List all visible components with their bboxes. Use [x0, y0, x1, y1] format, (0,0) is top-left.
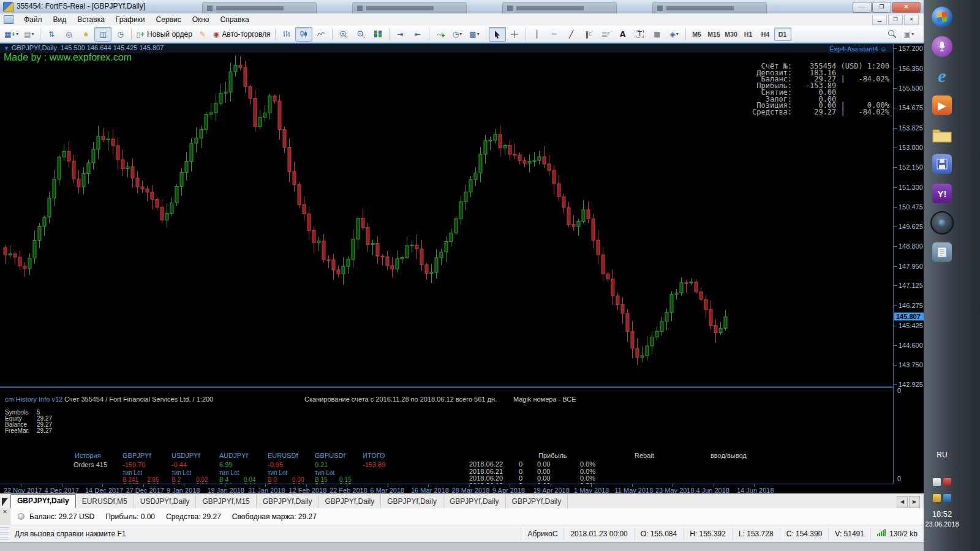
- tab-scroll-left-button[interactable]: ◀: [897, 496, 908, 508]
- mdi-minimize-button[interactable]: ▁: [872, 15, 887, 25]
- text-label-button[interactable]: T: [631, 27, 649, 42]
- account-info-panel: Счёт №: 355454 (USD) 1:200 Депозит: 183.…: [752, 63, 889, 116]
- timeframe-h4-button[interactable]: H4: [757, 28, 774, 41]
- ea-badge[interactable]: Exp4-Assistant4 ☺: [829, 45, 887, 53]
- price-axis-label: 144.600: [899, 342, 923, 349]
- text-button[interactable]: A: [614, 27, 631, 42]
- maximize-button[interactable]: ❐: [872, 2, 891, 13]
- fibonacci-button[interactable]: ≣F: [597, 27, 614, 42]
- tile-windows-button[interactable]: [369, 27, 386, 42]
- cursor-button[interactable]: [489, 27, 506, 42]
- menu-item-файл[interactable]: Файл: [18, 14, 48, 26]
- price-axis-tick: [894, 266, 897, 267]
- chart-tab[interactable]: GBPJPYf,M15: [196, 495, 256, 508]
- documents-app-icon[interactable]: [930, 240, 954, 264]
- menu-item-вставка[interactable]: Вставка: [72, 14, 110, 26]
- auto-scroll-button[interactable]: ⇥: [392, 27, 409, 42]
- chart-tab[interactable]: EURUSDf,M5: [76, 495, 134, 508]
- indicators-button[interactable]: [432, 27, 449, 42]
- camera-lens-icon[interactable]: [930, 211, 954, 235]
- crosshair-button[interactable]: [506, 27, 523, 42]
- timeframe-h1-button[interactable]: H1: [740, 28, 757, 41]
- menu-item-вид[interactable]: Вид: [48, 14, 72, 26]
- zoom-in-button[interactable]: [335, 27, 352, 42]
- timeframe-m30-button[interactable]: M30: [723, 28, 740, 41]
- shapes-button[interactable]: ■: [649, 27, 666, 42]
- symbol-pl: 6.99: [219, 461, 232, 468]
- arrows-button[interactable]: ◈▾: [666, 27, 683, 42]
- layout-button[interactable]: ▣▾: [900, 27, 918, 42]
- internet-explorer-icon[interactable]: e: [930, 64, 954, 88]
- minimize-button[interactable]: —: [853, 2, 872, 13]
- navigator-button[interactable]: ★: [77, 27, 94, 42]
- menu-item-сервис[interactable]: Сервис: [151, 14, 187, 26]
- vertical-line-button[interactable]: │: [529, 27, 546, 42]
- chart-window-icon[interactable]: [4, 15, 13, 24]
- templates-button[interactable]: ▩▾: [466, 27, 483, 42]
- timeframe-d1-button[interactable]: D1: [774, 28, 791, 41]
- timeframe-m5-button[interactable]: M5: [688, 28, 706, 41]
- chart-ohlc: 145.500 146.644 145.425 145.807: [61, 44, 164, 51]
- bar-chart-button[interactable]: [278, 27, 295, 42]
- chart-tab[interactable]: GBPJPYf,Daily: [381, 495, 443, 508]
- ghost-browser-tab: [202, 2, 317, 14]
- chart-collapse-icon[interactable]: ▼: [4, 45, 9, 51]
- terminal-close-icon[interactable]: ✕: [2, 508, 7, 515]
- new-order-button[interactable]: ▯+Новый ордер: [134, 27, 194, 42]
- strategy-tester-button[interactable]: ◷: [111, 27, 129, 42]
- chart-tab[interactable]: GBPJPYf,Daily: [506, 495, 568, 508]
- daily-profit: 0.00: [537, 474, 550, 482]
- chart-area[interactable]: ▼GBPJPYf,Daily 145.500 146.644 145.425 1…: [0, 43, 924, 493]
- close-button[interactable]: ✕: [892, 2, 921, 13]
- clock-date[interactable]: 23.06.2018: [924, 520, 960, 528]
- mdi-close-button[interactable]: ✕: [904, 15, 919, 25]
- autotrading-button[interactable]: ◉Авто-торговля: [211, 27, 273, 42]
- folder-icon[interactable]: [930, 122, 954, 147]
- chart-tab[interactable]: GBPJPYf,Daily: [10, 494, 76, 508]
- clock-time[interactable]: 18:52: [924, 509, 960, 519]
- equidistant-channel-button[interactable]: ∥E: [580, 27, 597, 42]
- save-disk-icon[interactable]: [930, 152, 954, 176]
- chart-tab[interactable]: GBPJPYf,Daily: [318, 495, 381, 508]
- status-low: L: 153.728: [732, 528, 780, 540]
- tab-scroll-right-button[interactable]: ▶: [909, 496, 920, 508]
- periods-button[interactable]: ◷▾: [449, 27, 466, 42]
- terminal-rail: ✕: [0, 508, 10, 525]
- windows-start-button[interactable]: [930, 5, 954, 29]
- menu-item-окно[interactable]: Окно: [187, 14, 215, 26]
- zoom-out-button[interactable]: [352, 27, 369, 42]
- tray-icons-row-2[interactable]: [924, 493, 960, 504]
- tab-list-icon[interactable]: [2, 498, 8, 506]
- menu-item-справка[interactable]: Справка: [215, 14, 255, 26]
- status-connection[interactable]: 130/2 kb: [870, 528, 924, 540]
- line-chart-button[interactable]: [312, 27, 330, 42]
- microphone-app-icon[interactable]: [930, 34, 954, 59]
- timeframe-m15-button[interactable]: M15: [706, 28, 723, 41]
- market-watch-button[interactable]: ⇅: [43, 27, 60, 42]
- price-axis-tick: [894, 305, 897, 306]
- data-window-button[interactable]: ◎: [60, 27, 77, 42]
- metaeditor-button[interactable]: ✎: [194, 27, 211, 42]
- chart-tab[interactable]: GBPJPYf,Daily: [443, 495, 506, 508]
- status-profile[interactable]: АбрикоС: [521, 528, 564, 540]
- search-button[interactable]: [883, 27, 900, 42]
- candlestick-chart-button[interactable]: [295, 27, 312, 42]
- media-player-icon[interactable]: ▶: [930, 93, 954, 118]
- mdi-restore-button[interactable]: ❐: [888, 15, 903, 25]
- chart-tab[interactable]: USDJPYf,Daily: [134, 495, 197, 508]
- horizontal-line-button[interactable]: ─: [546, 27, 563, 42]
- chart-shift-button[interactable]: ⇤: [409, 27, 426, 42]
- tray-icons-row-1[interactable]: [924, 478, 960, 489]
- menu-item-графики[interactable]: Графики: [110, 14, 151, 26]
- language-indicator[interactable]: RU: [924, 451, 960, 459]
- io-header: ввод/вывод: [710, 452, 747, 459]
- yahoo-icon[interactable]: Y!: [930, 181, 954, 206]
- printer-tray-icon: [933, 478, 941, 486]
- chart-tab[interactable]: GBPJPYf,Daily: [257, 495, 319, 508]
- terminal-button[interactable]: ◫: [94, 27, 111, 42]
- chart-header: ▼GBPJPYf,Daily 145.500 146.644 145.425 1…: [0, 44, 893, 53]
- trendline-button[interactable]: ╱: [563, 27, 580, 42]
- price-axis[interactable]: 157.200156.350155.500154.675153.825153.0…: [893, 44, 924, 484]
- new-chart-button[interactable]: ▦+▾: [2, 27, 20, 42]
- profiles-button[interactable]: ▤▾: [20, 27, 37, 42]
